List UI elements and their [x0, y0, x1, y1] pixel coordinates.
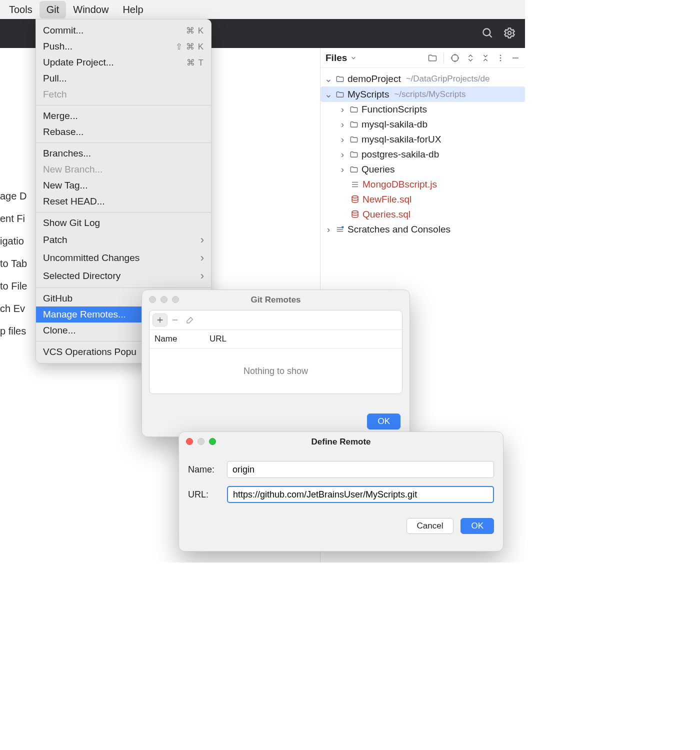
dialog-title: Git Remotes	[250, 295, 300, 304]
column-name: Name	[154, 334, 210, 344]
svg-line-1	[489, 34, 492, 37]
chevron-down-icon: ⌄	[324, 88, 332, 100]
dialog-title: Define Remote	[311, 437, 370, 446]
tree-node-mysql-sakila-db[interactable]: › mysql-sakila-db	[320, 117, 525, 132]
menu-pull[interactable]: Pull...	[36, 70, 211, 86]
tree-node-demoproject[interactable]: ⌄ demoProject~/DataGripProjects/de	[320, 71, 525, 86]
close-window-button[interactable]	[186, 438, 193, 445]
menu-git[interactable]: Git	[40, 1, 66, 18]
remotes-table-header: Name URL	[150, 330, 402, 348]
name-label: Name:	[188, 464, 227, 475]
menu-commit[interactable]: Commit...⌘ K	[36, 22, 211, 38]
menu-tools[interactable]: Tools	[2, 1, 40, 18]
chevron-down-icon: ⌄	[324, 73, 332, 84]
tree-node-mysql-sakila-forux[interactable]: › mysql-sakila-forUX	[320, 132, 525, 147]
scratches-icon	[336, 225, 344, 234]
minimize-icon[interactable]	[511, 54, 520, 62]
cancel-button[interactable]: Cancel	[406, 518, 454, 534]
folder-icon	[350, 120, 358, 129]
more-icon[interactable]	[496, 54, 505, 62]
folder-icon	[336, 74, 344, 84]
window-controls	[186, 438, 216, 445]
collapse-all-icon[interactable]	[481, 54, 490, 62]
chevron-right-icon: ›	[338, 164, 346, 175]
svg-point-16	[352, 211, 358, 214]
folder-icon	[350, 165, 358, 174]
menu-selected-directory[interactable]: Selected Directory	[36, 267, 211, 285]
menu-reset-head[interactable]: Reset HEAD...	[36, 194, 211, 210]
svg-point-0	[483, 28, 490, 36]
database-icon	[350, 195, 360, 204]
target-icon[interactable]	[450, 53, 460, 63]
chevron-right-icon: ›	[338, 149, 346, 160]
database-icon	[350, 210, 360, 219]
tree-node-queries-folder[interactable]: › Queries	[320, 162, 525, 177]
tree-node-newfile-sql[interactable]: NewFile.sql	[320, 192, 525, 207]
url-label: URL:	[188, 490, 227, 500]
menu-push[interactable]: Push...⇧ ⌘ K	[36, 38, 211, 54]
svg-point-2	[508, 32, 512, 35]
remotes-table-empty: Nothing to show	[150, 348, 402, 394]
folder-icon	[350, 105, 358, 114]
git-remotes-dialog: Git Remotes Name URL Nothing to show OK	[142, 290, 410, 437]
remove-remote-button[interactable]	[168, 314, 182, 326]
url-input[interactable]	[227, 486, 494, 503]
chevron-down-icon	[350, 54, 357, 62]
menu-patch[interactable]: Patch	[36, 231, 211, 249]
chevron-right-icon: ›	[338, 134, 346, 145]
files-tree: ⌄ demoProject~/DataGripProjects/de ⌄ MyS…	[320, 68, 525, 237]
menu-rebase[interactable]: Rebase...	[36, 124, 211, 140]
expand-collapse-icon[interactable]	[466, 53, 475, 63]
column-url: URL	[210, 334, 226, 344]
svg-point-3	[452, 54, 458, 61]
zoom-window-button[interactable]	[209, 438, 216, 445]
tree-node-scratches[interactable]: › Scratches and Consoles	[320, 222, 525, 237]
dialog-titlebar: Git Remotes	[142, 290, 410, 310]
files-panel-header: Files	[320, 48, 525, 68]
menu-uncommitted-changes[interactable]: Uncommitted Changes	[36, 249, 211, 267]
svg-point-10	[500, 60, 502, 61]
svg-point-9	[500, 57, 502, 58]
ok-button[interactable]: OK	[460, 518, 494, 534]
menu-fetch: Fetch	[36, 86, 211, 102]
menu-merge[interactable]: Merge...	[36, 108, 211, 124]
zoom-window-button[interactable]	[172, 296, 179, 303]
gear-icon[interactable]	[503, 26, 516, 40]
name-input[interactable]	[227, 461, 494, 478]
tree-node-mongodbscript[interactable]: MongoDBscript.js	[320, 177, 525, 192]
files-toolbar-icons	[428, 52, 520, 64]
window-controls	[149, 296, 179, 303]
tree-node-postgres-sakila-db[interactable]: › postgres-sakila-db	[320, 147, 525, 162]
ok-button[interactable]: OK	[367, 414, 400, 430]
folder-icon	[350, 150, 358, 159]
minimize-window-button[interactable]	[198, 438, 204, 445]
menu-help[interactable]: Help	[116, 1, 150, 18]
tree-node-functionscripts[interactable]: › FunctionScripts	[320, 102, 525, 117]
chevron-right-icon: ›	[324, 224, 332, 235]
folder-icon	[350, 135, 358, 144]
minimize-window-button[interactable]	[160, 296, 168, 303]
file-text-icon	[350, 180, 360, 189]
chevron-right-icon: ›	[338, 119, 346, 130]
tree-node-queries-sql[interactable]: Queries.sql	[320, 207, 525, 222]
dialog-titlebar: Define Remote	[179, 432, 503, 452]
menu-window[interactable]: Window	[66, 1, 116, 18]
menu-show-git-log[interactable]: Show Git Log	[36, 215, 211, 231]
tree-node-myscripts[interactable]: ⌄ MyScripts~/scripts/MyScripts	[320, 86, 525, 102]
menu-update-project[interactable]: Update Project...⌘ T	[36, 54, 211, 70]
folder-icon[interactable]	[428, 53, 438, 63]
folder-icon	[336, 90, 344, 99]
menu-new-tag[interactable]: New Tag...	[36, 178, 211, 194]
close-window-button[interactable]	[149, 296, 156, 303]
add-remote-button[interactable]	[152, 314, 168, 326]
svg-point-15	[352, 196, 358, 198]
edit-remote-button[interactable]	[182, 314, 198, 326]
files-panel-title[interactable]: Files	[326, 52, 357, 64]
svg-point-8	[500, 54, 502, 56]
menu-branches[interactable]: Branches...	[36, 146, 211, 162]
search-icon[interactable]	[481, 26, 494, 40]
menu-bar: Tools Git Window Help	[0, 0, 525, 19]
svg-point-20	[342, 226, 344, 228]
define-remote-dialog: Define Remote Name: URL: Cancel OK	[178, 432, 504, 552]
menu-new-branch: New Branch...	[36, 162, 211, 178]
